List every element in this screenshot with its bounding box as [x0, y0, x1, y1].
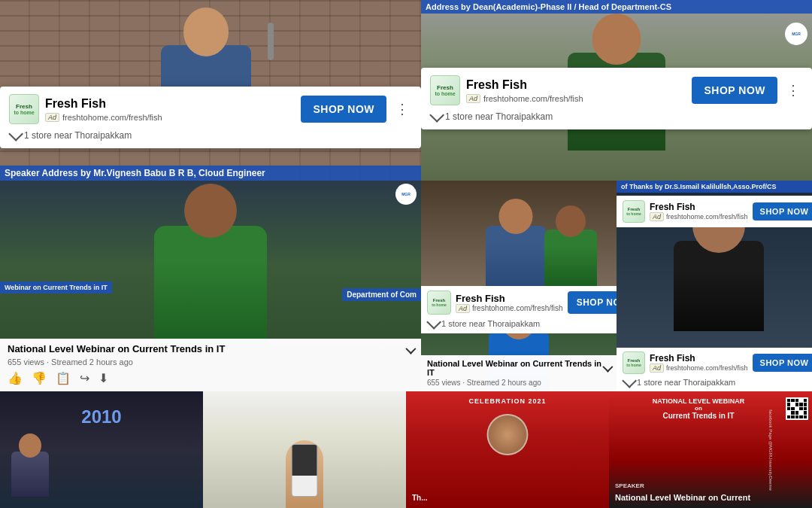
- store-text-tr: 1 store near Thoraipakkam: [445, 111, 553, 122]
- ad-info: Fresh Fish Ad freshtohome.com/fresh/fish: [45, 96, 295, 121]
- video-mid-left: MGR Webinar on Current Trends in IT Depa…: [0, 181, 421, 391]
- ad-info-mr-bot: Fresh Fish Ad freshtohome.com/fresh/fish: [650, 353, 748, 373]
- webinar-chevron-icon[interactable]: [405, 343, 416, 354]
- ad-url-mr-top: freshtohome.com/fresh/fish: [666, 213, 748, 221]
- video-mc-top-sub: [421, 181, 617, 286]
- ad-info-mr-top: Fresh Fish Ad freshtohome.com/fresh/fish: [650, 202, 748, 221]
- speaker-label-tr: Address by Dean(Academic)-Phase II / Hea…: [426, 2, 671, 11]
- thumbnail-2[interactable]: [203, 391, 406, 508]
- ad-menu-button-tr[interactable]: ⋮: [783, 82, 803, 99]
- person-figure-mid-left: [154, 226, 267, 346]
- thumbnail-4[interactable]: NATIONAL LEVEL WEBINAR on Current Trends…: [609, 391, 812, 508]
- bottom-thumbnails-row: 2010 CELEBRATION 2021 Th...: [0, 391, 812, 508]
- dept-label-ml: Department of Com: [342, 288, 421, 301]
- ad-url-mr-bot: freshtohome.com/fresh/fish: [666, 364, 748, 372]
- person-thumb1: [11, 452, 49, 497]
- ad-url-tr: freshtohome.com/fresh/fish: [483, 94, 583, 103]
- shop-now-button-top-right[interactable]: SHOP NOW: [692, 77, 777, 104]
- side-text: facebook Page @MGRUniversityDeeme: [768, 409, 772, 490]
- nw-label: NATIONAL LEVEL WEBINAR: [615, 397, 782, 405]
- shop-now-button-mc[interactable]: SHOP NOW: [568, 291, 617, 314]
- ad-menu-button[interactable]: ⋮: [392, 101, 412, 117]
- ad-overlay-top-right[interactable]: Fresh to home Fresh Fish Ad freshtohome.…: [421, 68, 812, 129]
- speaker-label-mr: of Thanks by Dr.S.Ismail Kalilullsh,Asso…: [617, 181, 812, 193]
- person-head-tr: [592, 14, 641, 65]
- fresh-to-home-logo-tr: Fresh to home: [430, 75, 460, 105]
- person-body-ml: [154, 226, 267, 346]
- phone-body: [292, 444, 318, 497]
- ad-url-row-tr: Ad freshtohome.com/fresh/fish: [466, 94, 686, 103]
- phone-screen: [292, 445, 317, 476]
- ad-header-mr-top: Fresh to home Fresh Fish Ad freshtohome.…: [623, 200, 806, 223]
- speaker-bar-top-left: Speaker Address by Mr.Vignesh Babu B R B…: [0, 166, 421, 181]
- ad-header-tr: Fresh to home Fresh Fish Ad freshtohome.…: [430, 75, 803, 105]
- nw-subtitle: on: [615, 405, 782, 412]
- webinar-chevron-mc[interactable]: [602, 362, 613, 373]
- qr-code: [786, 397, 808, 420]
- ad-store-mc: 1 store near Thoraipakkam: [427, 318, 611, 329]
- webinar-title-mc: National Level Webinar on Current Trends…: [427, 359, 603, 377]
- video-mid-center: Fresh to home Fresh Fish Ad freshtohome.…: [421, 181, 617, 391]
- ad-badge: Ad: [45, 113, 59, 122]
- save-icon[interactable]: 📋: [56, 371, 71, 385]
- ad-store-info-tr: 1 store near Thoraipakkam: [430, 111, 803, 122]
- ad-store-info: 1 store near Thoraipakkam: [9, 130, 412, 141]
- ad-url-mc: freshtohome.com/fresh/fish: [472, 304, 563, 312]
- ad-overlay-mid-center[interactable]: Fresh to home Fresh Fish Ad freshtohome.…: [421, 286, 617, 333]
- shop-now-button-top-left[interactable]: SHOP NOW: [301, 96, 386, 123]
- ad-url: freshtohome.com/fresh/fish: [62, 113, 162, 122]
- celebration-title: CELEBRATION 2021: [469, 397, 547, 405]
- video-mid-right: of Thanks by Dr.S.Ismail Kalilullsh,Asso…: [617, 181, 812, 391]
- shop-now-button-mr-top[interactable]: SHOP NOW: [753, 202, 812, 221]
- chevron-down-icon: [8, 126, 23, 141]
- ad-overlay-top-left[interactable]: Fresh to home Fresh Fish Ad freshtohome.…: [0, 87, 421, 148]
- ad-info-mc: Fresh Fish Ad freshtohome.com/fresh/fish: [456, 293, 563, 313]
- ad-header: Fresh to home Fresh Fish Ad freshtohome.…: [9, 94, 412, 124]
- person-head-mc-top-r: [556, 205, 586, 237]
- dept-badge-ml: MGR: [395, 184, 417, 205]
- chevron-down-icon-mc: [426, 315, 441, 330]
- webinar-meta-mc: 655 views · Streamed 2 hours ago: [427, 379, 611, 387]
- ad-overlay-mid-right-bottom[interactable]: Fresh to home Fresh Fish Ad freshtohome.…: [617, 348, 812, 391]
- person-head-mc-top: [499, 199, 533, 234]
- share-icon[interactable]: ↪: [80, 371, 89, 385]
- ad-title-mr-top: Fresh Fish: [650, 202, 748, 212]
- ad-title: Fresh Fish: [45, 96, 295, 111]
- ad-header-mc: Fresh to home Fresh Fish Ad freshtohome.…: [427, 291, 611, 315]
- ad-overlay-mid-right-top[interactable]: Fresh to home Fresh Fish Ad freshtohome.…: [617, 196, 812, 227]
- webinar-title-ml: National Level Webinar on Current Trends…: [8, 343, 225, 356]
- ad-url-row-mr-top: Ad freshtohome.com/fresh/fish: [650, 212, 748, 221]
- webinar-bar-mid-left: National Level Webinar on Current Trends…: [0, 339, 421, 391]
- webinar-header-mc: National Level Webinar on Current Trends…: [427, 359, 611, 377]
- shop-now-button-mr-bot[interactable]: SHOP NOW: [753, 354, 812, 372]
- video-top-left: Speaker Address by Mr.Vignesh Babu B R B…: [0, 0, 421, 181]
- thumbs-down-icon[interactable]: 👎: [32, 371, 47, 385]
- thumbnail-1[interactable]: 2010: [0, 391, 203, 508]
- webinar-actions: 👍 👎 📋 ↪ ⬇: [8, 371, 414, 385]
- speaker-label: Speaker Address by Mr.Vignesh Babu B R B…: [5, 168, 265, 178]
- store-text-mc: 1 store near Thoraipakkam: [441, 319, 540, 328]
- thumbnail-3[interactable]: CELEBRATION 2021 Th...: [406, 391, 609, 508]
- webinar-header: National Level Webinar on Current Trends…: [8, 343, 414, 356]
- person-circle-thumb3: [487, 414, 529, 455]
- ad-badge-mc: Ad: [456, 304, 470, 313]
- store-text: 1 store near Thoraipakkam: [24, 130, 132, 141]
- nw-trends: Current Trends in IT: [615, 412, 782, 420]
- ad-badge-mr-bot: Ad: [650, 364, 664, 373]
- chevron-down-icon-tr: [429, 108, 444, 123]
- person-head: [183, 8, 229, 56]
- year-label: 2010: [81, 406, 121, 427]
- person-body-t1: [11, 452, 49, 497]
- video-mid-right-container: Fresh to home Fresh Fish Ad freshtohome.…: [421, 181, 812, 391]
- download-icon[interactable]: ⬇: [98, 371, 108, 385]
- webinar-meta-ml: 655 views · Streamed 2 hours ago: [8, 357, 414, 367]
- hand: [286, 440, 323, 508]
- person-body-mc-top: [486, 226, 546, 286]
- fresh-to-home-logo-mc: Fresh to home: [427, 291, 451, 315]
- national-webinar-text: NATIONAL LEVEL WEBINAR on Current Trends…: [615, 397, 782, 420]
- ad-title-tr: Fresh Fish: [466, 78, 686, 92]
- thumb3-bottom-text: Th...: [412, 494, 603, 502]
- thumbs-up-icon[interactable]: 👍: [8, 371, 23, 385]
- person-head-ml: [184, 184, 237, 238]
- ad-badge-tr: Ad: [466, 94, 480, 103]
